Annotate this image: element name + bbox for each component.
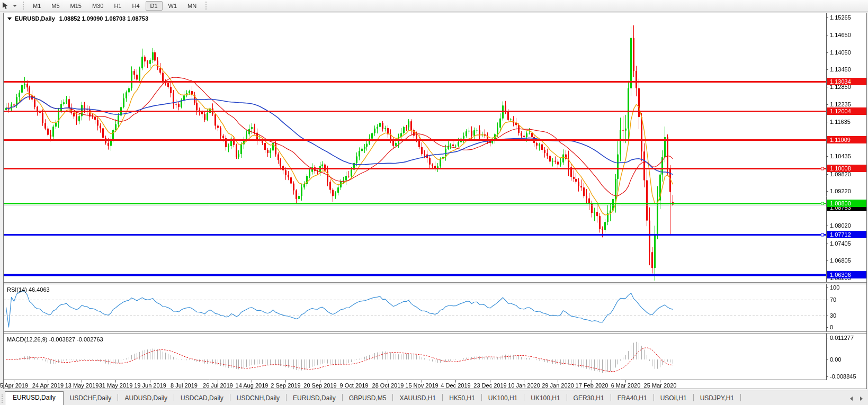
panel-splitter-macd[interactable] [4, 331, 866, 334]
timeframe-button-MN[interactable]: MN [183, 1, 201, 11]
symbol-tab-eurusd-daily[interactable]: EURUSD,Daily [5, 391, 64, 405]
symbol-tab-hk50-h1[interactable]: HK50,H1 [443, 392, 481, 405]
price-tick-label: 1.07405 [830, 240, 851, 247]
hline-price-tag[interactable]: 1.06306 [827, 271, 866, 278]
tab-bar-grip [2, 394, 3, 403]
top-toolbar: M1M5M15M30H1H4D1W1MN [0, 0, 868, 12]
tabs-scroll-left-icon[interactable] [850, 397, 853, 401]
chart-title: EURUSD,Daily1.08852 1.09090 1.08703 1.08… [7, 15, 148, 22]
tool-dropdown-icon[interactable] [13, 5, 17, 7]
chart-symbol-label: EURUSD,Daily [15, 15, 55, 22]
toolbar-grip-right [205, 2, 207, 10]
rsi-label: RSI(14) 46.4063 [7, 286, 50, 293]
timeframe-button-M1[interactable]: M1 [28, 1, 46, 11]
price-tick-label: 1.06805 [830, 257, 851, 264]
timeframe-button-H4[interactable]: H4 [127, 1, 144, 11]
symbol-tab-gbpusd-m5[interactable]: GBPUSD,M5 [343, 392, 393, 405]
tabs-scroll-right-icon[interactable] [860, 397, 863, 401]
rsi-scale-label: 100 [830, 284, 839, 291]
chart-ohlc-values: 1.08852 1.09090 1.08703 1.08753 [59, 15, 148, 22]
price-tick-label: 1.14050 [830, 49, 851, 56]
timeframe-button-D1[interactable]: D1 [146, 1, 163, 11]
macd-label: MACD(12,26,9) -0.003827 -0.002763 [7, 336, 103, 343]
rsi-scale-label: 70 [830, 296, 836, 303]
timeframe-button-M5[interactable]: M5 [47, 1, 64, 11]
pointer-tool-icon[interactable] [1, 2, 11, 10]
timeframe-button-W1[interactable]: W1 [164, 1, 182, 11]
hline-price-tag[interactable]: 1.10008 [827, 165, 866, 172]
symbol-tab-ger30-h1[interactable]: GER30,H1 [567, 392, 611, 405]
symbol-tab-uk100-h1[interactable]: UK100,H1 [482, 392, 524, 405]
hline-price-tag[interactable]: 1.13034 [827, 78, 866, 85]
symbol-tab-uk100-h1[interactable]: UK100,H1 [524, 392, 566, 405]
macd-scale-label: -0.008845 [830, 373, 856, 380]
symbol-tab-usdcad-daily[interactable]: USDCAD,Daily [174, 392, 230, 405]
price-tick-label: 1.11635 [830, 119, 851, 125]
price-tick-label: 1.15265 [830, 14, 851, 21]
symbol-tab-usdcnh-daily[interactable]: USDCNH,Daily [230, 392, 286, 405]
hline-price-tag[interactable]: 1.08800 [827, 200, 866, 207]
symbol-tab-audusd-daily[interactable]: AUDUSD,Daily [118, 392, 174, 405]
symbol-tab-xauusd-h1[interactable]: XAUUSD,H1 [393, 392, 442, 405]
timeframe-button-M30[interactable]: M30 [87, 1, 108, 11]
toolbar-grip [23, 2, 24, 10]
timeframe-button-H1[interactable]: H1 [109, 1, 126, 11]
price-tick-label: 1.09220 [830, 188, 851, 195]
timeframe-button-M15[interactable]: M15 [66, 1, 86, 11]
rsi-scale-label: 30 [830, 312, 836, 319]
chart-collapse-icon[interactable] [7, 17, 12, 20]
hline-price-tag[interactable]: 1.07712 [827, 231, 866, 238]
price-tick-label: 1.14650 [830, 32, 851, 39]
symbol-tab-fra40-h1[interactable]: FRA40,H1 [611, 392, 654, 405]
price-tick-label: 1.10435 [830, 153, 851, 160]
symbol-tab-usoil-h1[interactable]: USOil,H1 [654, 392, 693, 405]
symbol-tab-usdjpy-h1[interactable]: USDJPY,H1 [694, 392, 740, 405]
hline-price-tag[interactable]: 1.11009 [827, 136, 866, 143]
macd-scale-label: 0.00 [830, 356, 841, 363]
price-tick-label: 1.13450 [830, 66, 851, 73]
rsi-scale-label: 0 [830, 324, 833, 331]
macd-scale-label: 0.011277 [830, 335, 854, 341]
panel-splitter-rsi[interactable] [4, 282, 866, 284]
hline-price-tag[interactable]: 1.12004 [827, 107, 866, 115]
date-tick-label: 25 Mar 2020 [636, 382, 685, 389]
tab-divider [740, 394, 741, 401]
chart-window: EURUSD,Daily1.08852 1.09090 1.08703 1.08… [3, 13, 867, 389]
price-tick-label: 1.08020 [830, 222, 851, 229]
symbol-tab-usdchf-daily[interactable]: USDCHF,Daily [64, 392, 118, 405]
symbol-tab-eurusd-daily[interactable]: EURUSD,Daily [287, 392, 342, 405]
chart-tab-bar: EURUSD,DailyUSDCHF,DailyAUDUSD,DailyUSDC… [0, 391, 868, 405]
